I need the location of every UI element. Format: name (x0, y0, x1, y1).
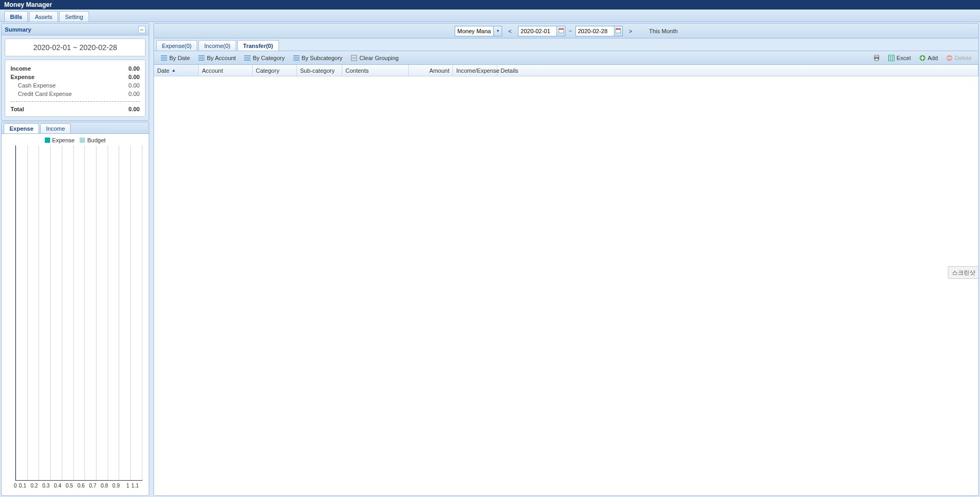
svg-rect-16 (244, 60, 251, 61)
col-details-label: Details (501, 67, 518, 74)
summary-income-value: 0.00 (129, 65, 140, 72)
print-icon (873, 55, 880, 61)
swatch-expense-icon (45, 138, 50, 143)
top-tabs: Bills Assets Setting (0, 9, 980, 22)
col-subcategory[interactable]: Sub-category (297, 65, 342, 76)
subtab-income[interactable]: Income(0) (198, 40, 236, 51)
titlebar: Money Manager (0, 0, 980, 9)
chart-xtick-label: 1 (126, 483, 129, 491)
chevron-up-icon: ︿ (140, 26, 144, 32)
prev-button[interactable]: < (505, 26, 515, 36)
tab-bills-label: Bills (10, 14, 22, 20)
summary-title: Summary (5, 26, 31, 33)
excel-button[interactable]: Excel (885, 53, 915, 63)
delete-button[interactable]: Delete (943, 53, 975, 63)
chart-gridline (108, 145, 108, 480)
chart-gridline (16, 145, 16, 480)
chart-gridline (142, 145, 142, 480)
chart-gridline (73, 145, 74, 480)
summary-divider (11, 101, 140, 102)
screenshot-badge[interactable]: 스크린샷 (948, 266, 978, 279)
clear-grouping-label: Clear Grouping (359, 55, 399, 61)
summary-body: 2020-02-01 ~ 2020-02-28 Income 0.00 Expe… (2, 35, 149, 120)
col-date-label: Date (157, 67, 169, 74)
legend-budget: Budget (80, 137, 105, 143)
chart-tab-expense[interactable]: Expense (4, 123, 39, 133)
summary-cash-label: Cash Expense (18, 82, 56, 89)
legend-expense: Expense (45, 137, 75, 143)
col-date[interactable]: Date ▲ (154, 65, 199, 76)
col-category[interactable]: Category (253, 65, 297, 76)
col-category-label: Category (256, 67, 280, 74)
date-to[interactable] (575, 26, 623, 36)
splitter[interactable] (150, 23, 152, 496)
account-combo-input[interactable] (455, 28, 493, 34)
summary-expense-label: Expense (11, 74, 34, 80)
summary-cc-value: 0.00 (129, 91, 140, 97)
date-from-input[interactable] (518, 28, 556, 34)
col-income-expense[interactable]: Income/Expense (453, 65, 497, 76)
chart-gridline (39, 145, 39, 480)
account-combo[interactable]: ▾ (455, 26, 502, 36)
chart-xtick-label: 0.8 (101, 483, 108, 491)
chart-vlines (16, 145, 142, 480)
chart-grid (15, 145, 142, 481)
by-subcategory-button[interactable]: By Subcategory (290, 53, 347, 63)
subtab-expense-label: Expense(0) (162, 43, 191, 49)
svg-rect-5 (616, 28, 620, 30)
next-button[interactable]: > (626, 26, 636, 36)
subtab-expense[interactable]: Expense(0) (156, 40, 197, 51)
subtab-transfer-label: Transfer(0) (243, 43, 273, 49)
svg-rect-18 (293, 57, 300, 59)
summary-cash-row: Cash Expense 0.00 (11, 81, 140, 90)
left-panel: Summary ︿ 2020-02-01 ~ 2020-02-28 Income… (1, 23, 149, 496)
this-month-label: This Month (649, 28, 678, 34)
chevron-down-icon[interactable]: ▾ (493, 26, 502, 36)
by-category-button[interactable]: By Category (241, 53, 289, 63)
col-contents[interactable]: Contents (342, 65, 409, 76)
chart-gridline (50, 145, 51, 480)
chart-tabs: Expense Income (2, 122, 149, 134)
calendar-to-button[interactable] (614, 26, 622, 36)
grid-header: Date ▲ Account Category Sub-category Con… (154, 65, 978, 76)
toolbar-center: ▾ < ~ > (455, 26, 678, 36)
svg-rect-15 (244, 57, 251, 59)
group-icon (293, 55, 300, 61)
right-toolbar: ▾ < ~ > (154, 24, 978, 38)
col-amount-label: Amount (429, 67, 449, 74)
summary-expense-row: Expense 0.00 (11, 73, 140, 81)
splitter-handle-icon (150, 256, 152, 264)
by-account-button[interactable]: By Account (195, 53, 239, 63)
tab-setting[interactable]: Setting (59, 11, 89, 22)
col-account[interactable]: Account (199, 65, 253, 76)
chart-legend: Expense Budget (6, 136, 145, 145)
calendar-from-button[interactable] (556, 26, 565, 36)
col-details[interactable]: Details (497, 65, 978, 76)
summary-cc-row: Credit Card Expense 0.00 (11, 90, 140, 98)
summary-panel: Summary ︿ 2020-02-01 ~ 2020-02-28 Income… (1, 23, 149, 121)
chart-tab-income[interactable]: Income (40, 123, 71, 133)
by-date-button[interactable]: By Date (157, 53, 194, 63)
subtab-transfer[interactable]: Transfer(0) (237, 40, 279, 51)
legend-budget-label: Budget (87, 137, 105, 143)
chart-gridline (27, 145, 28, 480)
date-from[interactable] (518, 26, 565, 36)
summary-cash-value: 0.00 (129, 82, 140, 89)
svg-rect-25 (888, 55, 894, 61)
legend-expense-label: Expense (52, 137, 75, 143)
add-button[interactable]: Add (916, 53, 942, 63)
by-category-label: By Category (253, 55, 285, 61)
col-amount[interactable]: Amount (409, 65, 453, 76)
clear-grouping-button[interactable]: Clear Grouping (347, 53, 402, 63)
print-button[interactable] (870, 53, 883, 63)
col-account-label: Account (202, 67, 223, 74)
summary-total-label: Total (11, 106, 24, 112)
tab-assets[interactable]: Assets (29, 11, 58, 22)
date-to-input[interactable] (576, 28, 614, 34)
swatch-budget-icon (80, 138, 85, 143)
svg-rect-1 (559, 28, 563, 30)
prev-label: < (508, 28, 512, 34)
tab-assets-label: Assets (35, 14, 52, 20)
collapse-button[interactable]: ︿ (138, 26, 146, 33)
tab-bills[interactable]: Bills (4, 11, 28, 22)
